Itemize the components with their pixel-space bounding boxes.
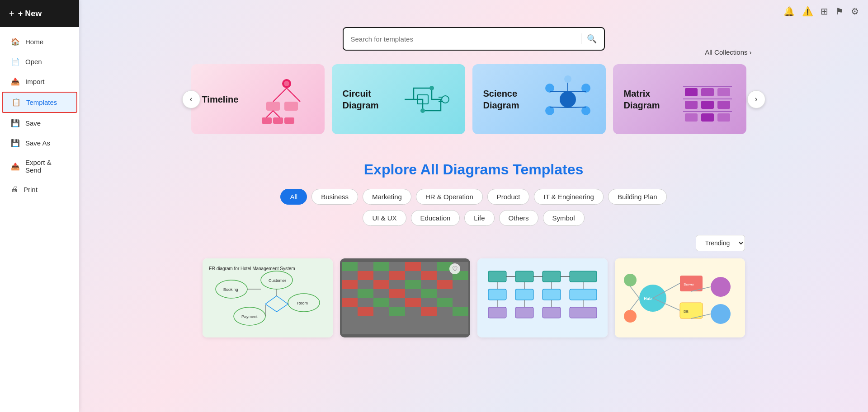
svg-point-17 (560, 91, 576, 108)
template-thumb-4[interactable]: Hub Server DB (615, 258, 745, 337)
filter-ui[interactable]: UI & UX (363, 210, 406, 226)
home-icon: 🏠 (11, 37, 20, 46)
svg-rect-69 (389, 289, 405, 298)
svg-line-6 (266, 111, 273, 117)
svg-rect-31 (685, 101, 698, 109)
svg-rect-94 (515, 307, 533, 318)
sidebar-item-export-label: Export & Send (25, 159, 68, 174)
print-icon: 🖨 (11, 185, 18, 193)
template-card-circuit[interactable]: Circuit Diagram (332, 64, 465, 134)
flag-icon[interactable]: ⚑ (835, 6, 844, 17)
filter-marketing[interactable]: Marketing (363, 189, 411, 205)
grid-icon[interactable]: ⊞ (821, 6, 828, 17)
new-button[interactable]: + + New (0, 0, 79, 27)
template-thumb-3[interactable] (477, 258, 608, 337)
svg-point-1 (284, 81, 289, 86)
sidebar-item-save-label: Save (25, 119, 41, 127)
svg-point-112 (624, 310, 637, 323)
search-button[interactable]: 🔍 (587, 34, 597, 44)
svg-text:DB: DB (684, 309, 689, 314)
explore-title-colored: All Diagrams Templates (420, 161, 583, 178)
search-bar: 🔍 (343, 27, 605, 51)
sidebar-item-save[interactable]: 💾 Save (2, 113, 77, 133)
import-icon: 📥 (11, 77, 20, 86)
svg-rect-65 (373, 280, 389, 289)
template-card-matrix-label: Matrix Diagram (624, 88, 678, 111)
filter-business[interactable]: Business (311, 189, 358, 205)
svg-rect-74 (437, 298, 453, 307)
sidebar-item-open[interactable]: 📄 Open (2, 52, 77, 71)
svg-rect-76 (389, 307, 405, 316)
template-card-timeline[interactable]: Timeline (191, 64, 325, 134)
filter-hr[interactable]: HR & Operation (416, 189, 483, 205)
sidebar-item-templates-label: Templates (26, 98, 57, 106)
alert-icon[interactable]: ⚠️ (802, 6, 813, 17)
settings-icon[interactable]: ⚙ (851, 6, 859, 17)
svg-point-22 (564, 75, 571, 83)
svg-point-12 (420, 108, 425, 113)
svg-point-109 (711, 277, 731, 297)
svg-text:Payment: Payment (241, 314, 258, 319)
explore-title: Explore All Diagrams Templates (364, 161, 584, 178)
svg-rect-84 (542, 271, 561, 282)
filter-others[interactable]: Others (499, 210, 538, 226)
svg-rect-34 (685, 113, 698, 122)
template-card-matrix-visual (681, 72, 736, 126)
template-thumb-4-img: Hub Server DB (615, 258, 745, 337)
filter-product[interactable]: Product (487, 189, 530, 205)
svg-line-24 (568, 91, 586, 92)
sidebar-item-templates[interactable]: 📋 Templates (2, 92, 77, 113)
sidebar-item-print[interactable]: 🖨 Print (2, 180, 77, 199)
svg-line-25 (550, 107, 568, 108)
sidebar-item-print-label: Print (24, 186, 38, 193)
svg-rect-5 (284, 102, 298, 111)
svg-line-2 (273, 88, 287, 102)
svg-rect-62 (421, 271, 437, 280)
template-card-matrix[interactable]: Matrix Diagram (613, 64, 746, 134)
sidebar-nav: 🏠 Home 📄 Open 📥 Import 📋 Templates 💾 Sav… (0, 27, 79, 412)
svg-rect-73 (405, 298, 421, 307)
open-icon: 📄 (11, 57, 20, 66)
sidebar-item-export[interactable]: 📤 Export & Send (2, 153, 77, 179)
svg-rect-60 (358, 271, 373, 280)
svg-point-11 (429, 86, 434, 90)
filter-education[interactable]: Education (411, 210, 460, 226)
filter-symbol[interactable]: Symbol (543, 210, 585, 226)
filter-life[interactable]: Life (464, 210, 494, 226)
filter-all[interactable]: All (280, 189, 307, 205)
filter-tags-row1: All Business Marketing HR & Operation Pr… (280, 189, 666, 205)
svg-text:Booking: Booking (223, 287, 238, 292)
template-thumb-2[interactable]: ♡ (340, 258, 470, 337)
svg-rect-33 (717, 101, 730, 109)
sidebar-item-save-as[interactable]: 💾 Save As (2, 133, 77, 153)
bell-icon[interactable]: 🔔 (783, 6, 795, 17)
carousel-items: Timeline (191, 64, 756, 134)
svg-rect-66 (405, 280, 421, 289)
template-card-timeline-visual (259, 72, 314, 126)
search-input[interactable] (351, 35, 576, 43)
filter-it[interactable]: IT & Engineering (534, 189, 603, 205)
svg-line-23 (550, 91, 568, 92)
sidebar-item-import[interactable]: 📥 Import (2, 72, 77, 91)
sort-select[interactable]: Trending Newest Popular (696, 235, 745, 251)
svg-rect-95 (542, 307, 561, 318)
svg-rect-32 (701, 101, 714, 109)
svg-rect-30 (717, 88, 730, 96)
svg-rect-71 (342, 298, 358, 307)
template-card-circuit-label: Circuit Diagram (343, 88, 397, 111)
svg-rect-4 (266, 102, 280, 111)
sidebar-item-home[interactable]: 🏠 Home (2, 32, 77, 52)
all-collections-link[interactable]: All Collections › (705, 48, 751, 56)
sidebar-item-save-as-label: Save As (25, 139, 50, 147)
template-card-science[interactable]: Science Diagram (472, 64, 606, 134)
carousel-next-button[interactable]: › (747, 90, 765, 108)
template-thumb-1[interactable]: ER diagram for Hotel Management System B… (203, 258, 333, 337)
svg-rect-77 (421, 307, 437, 316)
svg-rect-57 (373, 262, 389, 271)
carousel-prev-button[interactable]: ‹ (182, 90, 200, 108)
svg-rect-89 (488, 289, 506, 300)
svg-rect-72 (373, 298, 389, 307)
svg-rect-28 (685, 88, 698, 96)
filter-building[interactable]: Building Plan (608, 189, 667, 205)
svg-rect-67 (437, 280, 453, 289)
